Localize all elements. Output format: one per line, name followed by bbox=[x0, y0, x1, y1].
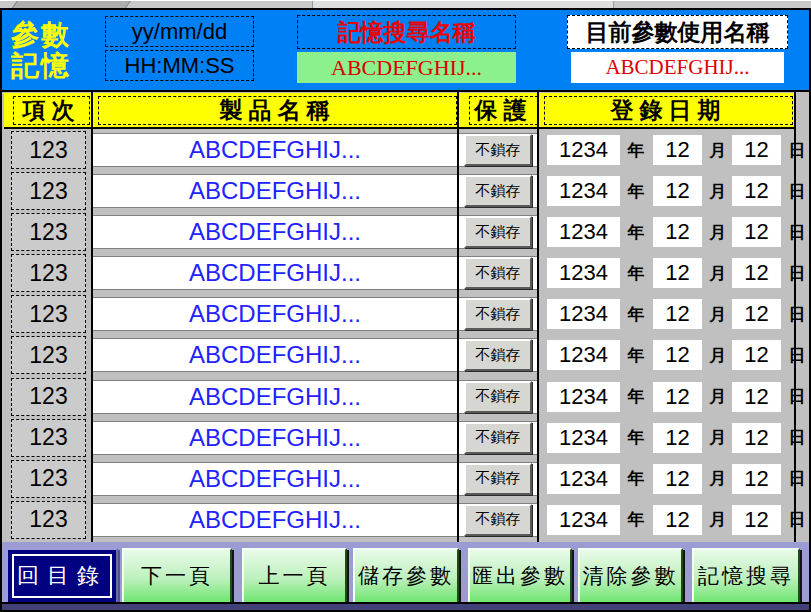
current-parameter-name-value: ABCDEFGHIJ... bbox=[571, 52, 784, 83]
product-name-cell[interactable]: ABCDEFGHIJ... bbox=[93, 256, 457, 290]
month-field: 12 bbox=[653, 423, 702, 453]
protect-cell: 不鎖存 bbox=[459, 256, 537, 290]
table-row: 123 ABCDEFGHIJ... 不鎖存 1234 年 12 月 12 日 bbox=[2, 212, 795, 253]
year-unit-label: 年 bbox=[622, 217, 650, 247]
month-field: 12 bbox=[653, 299, 702, 329]
protect-toggle-button[interactable]: 不鎖存 bbox=[464, 175, 532, 207]
day-unit-label: 日 bbox=[785, 505, 809, 535]
protect-toggle-button[interactable]: 不鎖存 bbox=[464, 463, 532, 495]
product-name-cell[interactable]: ABCDEFGHIJ... bbox=[93, 215, 457, 249]
month-unit-label: 月 bbox=[706, 464, 730, 494]
month-unit-label: 月 bbox=[706, 258, 730, 288]
table-row: 123 ABCDEFGHIJ... 不鎖存 1234 年 12 月 12 日 bbox=[2, 459, 795, 500]
month-field: 12 bbox=[653, 135, 702, 165]
year-unit-label: 年 bbox=[622, 299, 650, 329]
year-field: 1234 bbox=[547, 176, 620, 206]
memory-search-name-label: 記憶搜尋名稱 bbox=[297, 15, 516, 49]
protect-toggle-button[interactable]: 不鎖存 bbox=[464, 504, 532, 536]
protect-toggle-button[interactable]: 不鎖存 bbox=[464, 339, 532, 371]
index-cell: 123 bbox=[11, 254, 86, 292]
prev-page-button[interactable]: 上一頁 bbox=[242, 548, 347, 604]
save-params-label: 儲存參數 bbox=[358, 562, 454, 590]
day-unit-label: 日 bbox=[785, 423, 809, 453]
table-row: 123 ABCDEFGHIJ... 不鎖存 1234 年 12 月 12 日 bbox=[2, 418, 795, 459]
next-page-label: 下一頁 bbox=[141, 562, 213, 590]
product-name-cell[interactable]: ABCDEFGHIJ... bbox=[93, 503, 457, 537]
export-params-label: 匯出參數 bbox=[472, 562, 568, 590]
day-field: 12 bbox=[732, 382, 781, 412]
product-name-cell[interactable]: ABCDEFGHIJ... bbox=[93, 338, 457, 372]
export-params-button[interactable]: 匯出參數 bbox=[468, 548, 572, 604]
year-unit-label: 年 bbox=[622, 258, 650, 288]
month-field: 12 bbox=[653, 217, 702, 247]
day-field: 12 bbox=[732, 176, 781, 206]
table-row: 123 ABCDEFGHIJ... 不鎖存 1234 年 12 月 12 日 bbox=[2, 130, 795, 171]
index-cell: 123 bbox=[11, 172, 86, 210]
table-row: 123 ABCDEFGHIJ... 不鎖存 1234 年 12 月 12 日 bbox=[2, 294, 795, 335]
table-row: 123 ABCDEFGHIJ... 不鎖存 1234 年 12 月 12 日 bbox=[2, 377, 795, 418]
save-params-button[interactable]: 儲存參數 bbox=[353, 548, 459, 604]
month-unit-label: 月 bbox=[706, 382, 730, 412]
product-name-cell[interactable]: ABCDEFGHIJ... bbox=[93, 421, 457, 455]
index-cell: 123 bbox=[11, 213, 86, 251]
year-unit-label: 年 bbox=[622, 464, 650, 494]
day-unit-label: 日 bbox=[785, 176, 809, 206]
product-name-cell[interactable]: ABCDEFGHIJ... bbox=[93, 133, 457, 167]
month-field: 12 bbox=[653, 382, 702, 412]
year-unit-label: 年 bbox=[622, 423, 650, 453]
parameter-table: 項次 製品名稱 保護 登錄日期 123 ABCDEFGHIJ... 不鎖存 12… bbox=[2, 90, 809, 542]
day-unit-label: 日 bbox=[785, 464, 809, 494]
month-unit-label: 月 bbox=[706, 505, 730, 535]
col-header-index: 項次 bbox=[13, 96, 90, 125]
home-button[interactable]: 回目錄 bbox=[6, 548, 118, 604]
product-name-cell[interactable]: ABCDEFGHIJ... bbox=[93, 462, 457, 496]
memory-search-name-field[interactable]: ABCDEFGHIJ... bbox=[297, 52, 516, 83]
column-divider bbox=[457, 92, 459, 542]
prev-page-label: 上一頁 bbox=[259, 562, 331, 590]
year-unit-label: 年 bbox=[622, 135, 650, 165]
index-cell: 123 bbox=[11, 336, 86, 374]
product-name-cell[interactable]: ABCDEFGHIJ... bbox=[93, 174, 457, 208]
index-cell: 123 bbox=[11, 419, 86, 457]
index-cell: 123 bbox=[11, 501, 86, 539]
product-name-cell[interactable]: ABCDEFGHIJ... bbox=[93, 380, 457, 414]
table-row: 123 ABCDEFGHIJ... 不鎖存 1234 年 12 月 12 日 bbox=[2, 500, 795, 541]
protect-toggle-button[interactable]: 不鎖存 bbox=[464, 298, 532, 330]
day-unit-label: 日 bbox=[785, 299, 809, 329]
protect-toggle-button[interactable]: 不鎖存 bbox=[464, 381, 532, 413]
product-name-cell[interactable]: ABCDEFGHIJ... bbox=[93, 297, 457, 331]
month-field: 12 bbox=[653, 464, 702, 494]
month-unit-label: 月 bbox=[706, 340, 730, 370]
day-unit-label: 日 bbox=[785, 258, 809, 288]
date-display: yy/mm/dd bbox=[105, 16, 254, 47]
day-field: 12 bbox=[732, 258, 781, 288]
protect-toggle-button[interactable]: 不鎖存 bbox=[464, 134, 532, 166]
col-header-product-name: 製品名稱 bbox=[98, 96, 457, 125]
page-title-line1: 參數 bbox=[11, 19, 71, 50]
year-field: 1234 bbox=[547, 423, 620, 453]
index-cell: 123 bbox=[11, 460, 86, 498]
page-title: 參數 記憶 bbox=[11, 19, 71, 81]
protect-cell: 不鎖存 bbox=[459, 421, 537, 455]
day-field: 12 bbox=[732, 505, 781, 535]
protect-cell: 不鎖存 bbox=[459, 380, 537, 414]
year-field: 1234 bbox=[547, 217, 620, 247]
memory-search-button[interactable]: 記憶搜尋 bbox=[692, 548, 800, 604]
screen-frame: 參數 記憶 yy/mm/dd HH:MM:SS 記憶搜尋名稱 ABCDEFGHI… bbox=[0, 8, 811, 612]
year-field: 1234 bbox=[547, 299, 620, 329]
year-unit-label: 年 bbox=[622, 505, 650, 535]
protect-cell: 不鎖存 bbox=[459, 338, 537, 372]
column-divider bbox=[794, 92, 796, 542]
protect-toggle-button[interactable]: 不鎖存 bbox=[464, 257, 532, 289]
month-field: 12 bbox=[653, 176, 702, 206]
day-field: 12 bbox=[732, 135, 781, 165]
month-field: 12 bbox=[653, 340, 702, 370]
year-field: 1234 bbox=[547, 382, 620, 412]
clear-params-button[interactable]: 清除參數 bbox=[578, 548, 683, 604]
clear-params-label: 清除參數 bbox=[583, 562, 679, 590]
day-unit-label: 日 bbox=[785, 217, 809, 247]
protect-toggle-button[interactable]: 不鎖存 bbox=[464, 422, 532, 454]
protect-toggle-button[interactable]: 不鎖存 bbox=[464, 216, 532, 248]
footer-bar: 回目錄 下一頁 上一頁 儲存參數 匯出參數 清除參數 記憶搜尋 bbox=[2, 542, 809, 610]
next-page-button[interactable]: 下一頁 bbox=[122, 548, 232, 604]
